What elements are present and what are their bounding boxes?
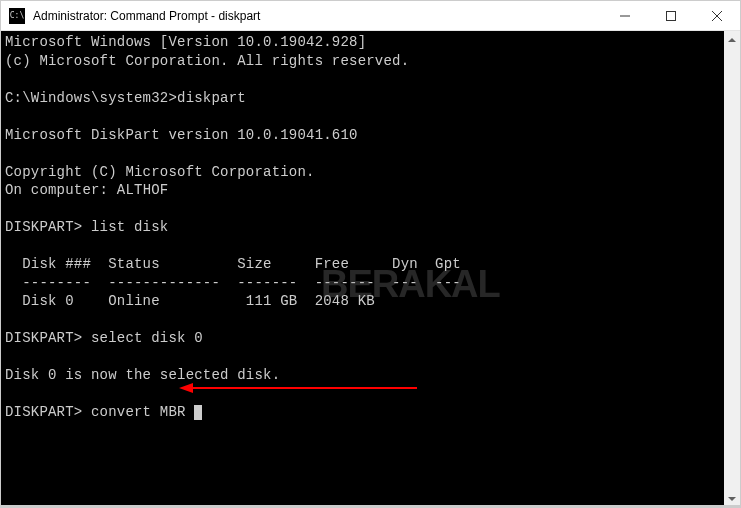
- table-row: Disk 0 Online 111 GB 2048 KB: [5, 293, 375, 309]
- cursor: [194, 405, 202, 420]
- output-line: Disk 0 is now the selected disk.: [5, 367, 280, 383]
- command-text: diskpart: [177, 90, 246, 106]
- computer-name: ALTHOF: [117, 182, 169, 198]
- prompt: DISKPART>: [5, 219, 91, 235]
- output-line: Microsoft DiskPart version 10.0.19041.61…: [5, 127, 358, 143]
- maximize-button[interactable]: [648, 1, 694, 30]
- svg-marker-4: [728, 38, 736, 42]
- window-controls: [602, 1, 740, 30]
- command-text: convert MBR: [91, 404, 186, 420]
- titlebar: C:\ Administrator: Command Prompt - disk…: [1, 1, 740, 31]
- table-header: Disk ### Status Size Free Dyn Gpt: [5, 256, 461, 272]
- svg-rect-1: [667, 11, 676, 20]
- table-divider: -------- ------------- ------- ------- -…: [5, 275, 461, 291]
- window-border: [1, 505, 740, 507]
- output-line: Microsoft Windows [Version 10.0.19042.92…: [5, 34, 366, 50]
- command-text: list disk: [91, 219, 168, 235]
- scroll-up-arrow-icon[interactable]: [724, 31, 740, 48]
- cmd-icon: C:\: [9, 8, 25, 24]
- prompt: DISKPART>: [5, 330, 91, 346]
- output-line: On computer:: [5, 182, 117, 198]
- close-button[interactable]: [694, 1, 740, 30]
- output-line: (c) Microsoft Corporation. All rights re…: [5, 53, 409, 69]
- prompt: C:\Windows\system32>: [5, 90, 177, 106]
- terminal-output[interactable]: Microsoft Windows [Version 10.0.19042.92…: [1, 31, 724, 507]
- command-text: select disk 0: [91, 330, 203, 346]
- output-line: Copyright (C) Microsoft Corporation.: [5, 164, 315, 180]
- terminal-area: Microsoft Windows [Version 10.0.19042.92…: [1, 31, 740, 507]
- svg-marker-5: [728, 497, 736, 501]
- vertical-scrollbar[interactable]: [724, 31, 740, 507]
- minimize-button[interactable]: [602, 1, 648, 30]
- scroll-track[interactable]: [724, 48, 740, 490]
- prompt: DISKPART>: [5, 404, 91, 420]
- window-title: Administrator: Command Prompt - diskpart: [31, 9, 602, 23]
